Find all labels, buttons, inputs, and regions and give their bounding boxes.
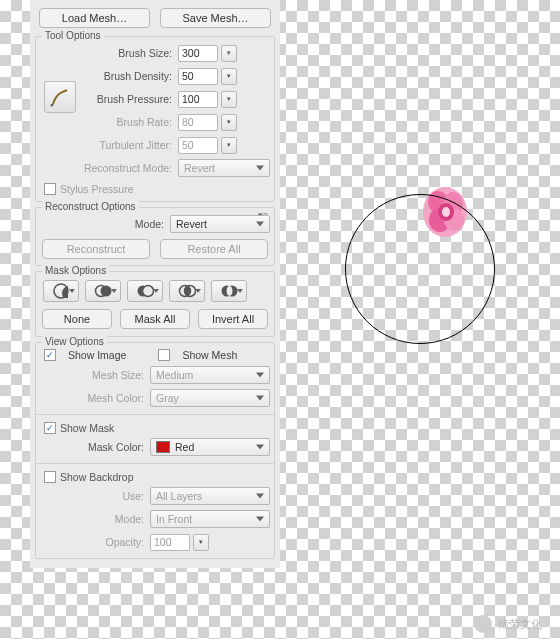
reconstruct-options-group: Reconstruct Options ▾≡ Mode: Revert Reco… (35, 207, 275, 266)
show-image-label: Show Image (68, 349, 126, 361)
mask-all-button[interactable]: Mask All (120, 309, 190, 329)
brush-rate-label: Brush Rate: (78, 116, 178, 128)
mesh-color-label: Mesh Color: (40, 392, 150, 404)
show-image-checkbox[interactable] (44, 349, 56, 361)
mask-intersect-chip[interactable] (169, 280, 205, 302)
backdrop-use-label: Use: (40, 490, 150, 502)
mask-add-chip[interactable] (85, 280, 121, 302)
tool-preview-icon[interactable] (44, 81, 76, 113)
mask-color-swatch (156, 441, 170, 453)
show-mask-checkbox[interactable] (44, 422, 56, 434)
watermark-text: 缔荣文化 (498, 617, 542, 632)
brush-density-stepper[interactable]: ▾ (221, 68, 237, 85)
load-mesh-button[interactable]: Load Mesh… (39, 8, 150, 28)
brush-size-label: Brush Size: (78, 47, 178, 59)
mask-color-value: Red (175, 441, 194, 453)
mask-intersect-icon (178, 282, 196, 300)
reconstruct-mode-value2: Revert (176, 218, 207, 230)
brush-density-input[interactable] (178, 68, 218, 85)
backdrop-use-value: All Layers (156, 490, 202, 502)
backdrop-opacity-input (150, 534, 190, 551)
mask-options-group: Mask Options None Mask All Invert All (35, 271, 275, 337)
view-options-group: View Options Show Image Show Mesh Mesh S… (35, 342, 275, 559)
restore-all-button: Restore All (160, 239, 268, 259)
svg-point-12 (143, 286, 154, 297)
brush-rate-stepper: ▾ (221, 114, 237, 131)
mask-none-button[interactable]: None (42, 309, 112, 329)
brush-rate-input (178, 114, 218, 131)
backdrop-use-select: All Layers (150, 487, 270, 505)
reconstruct-mode-label: Reconstruct Mode: (78, 162, 178, 174)
view-options-title: View Options (42, 336, 107, 347)
backdrop-mode-value: In Front (156, 513, 192, 525)
wechat-icon (474, 615, 492, 633)
svg-point-15 (185, 286, 191, 296)
reconstruct-mode-select: Revert (178, 159, 270, 177)
show-backdrop-checkbox[interactable] (44, 471, 56, 483)
tool-options-title: Tool Options (42, 30, 104, 41)
reconstruct-mode-value: Revert (184, 162, 215, 174)
turbulent-jitter-stepper: ▾ (221, 137, 237, 154)
brush-size-input[interactable] (178, 45, 218, 62)
brush-pressure-stepper[interactable]: ▾ (221, 91, 237, 108)
mesh-size-select: Medium (150, 366, 270, 384)
stylus-pressure-checkbox (44, 183, 56, 195)
mesh-color-value: Gray (156, 392, 179, 404)
backdrop-opacity-label: Opacity: (40, 536, 150, 548)
warp-tool-icon (49, 86, 71, 108)
mesh-size-value: Medium (156, 369, 193, 381)
mask-invert-chip[interactable] (211, 280, 247, 302)
liquify-panel: Load Mesh… Save Mesh… Tool Options Brush… (30, 0, 280, 568)
brush-pressure-label: Brush Pressure: (78, 93, 178, 105)
reconstruct-mode-label2: Mode: (40, 218, 170, 230)
brush-density-label: Brush Density: (78, 70, 178, 82)
backdrop-opacity-stepper: ▾ (193, 534, 209, 551)
mask-add-icon (94, 282, 112, 300)
mask-circle-icon (52, 282, 70, 300)
stylus-pressure-label: Stylus Pressure (60, 183, 134, 195)
mask-replace-chip[interactable] (43, 280, 79, 302)
mask-subtract-chip[interactable] (127, 280, 163, 302)
show-backdrop-label: Show Backdrop (60, 471, 134, 483)
mask-subtract-icon (136, 282, 154, 300)
backdrop-mode-label: Mode: (40, 513, 150, 525)
turbulent-jitter-label: Turbulent Jitter: (78, 139, 178, 151)
turbulent-jitter-input (178, 137, 218, 154)
show-mask-label: Show Mask (60, 422, 114, 434)
mask-invert-icon (220, 282, 238, 300)
mesh-color-select: Gray (150, 389, 270, 407)
svg-point-10 (101, 286, 112, 297)
tool-options-group: Tool Options Brush Size: ▾ Brush Densit (35, 36, 275, 202)
reconstruct-mode-select2[interactable]: Revert (170, 215, 270, 233)
show-mesh-checkbox[interactable] (158, 349, 170, 361)
brush-cursor (345, 194, 495, 344)
mask-color-label: Mask Color: (40, 441, 150, 453)
brush-pressure-input[interactable] (178, 91, 218, 108)
svg-point-18 (227, 286, 233, 296)
mask-options-title: Mask Options (42, 265, 109, 276)
mask-color-select[interactable]: Red (150, 438, 270, 456)
show-mesh-label: Show Mesh (182, 349, 237, 361)
watermark: 缔荣文化 (474, 615, 542, 633)
reconstruct-options-title: Reconstruct Options (42, 201, 139, 212)
brush-size-stepper[interactable]: ▾ (221, 45, 237, 62)
mask-invert-all-button[interactable]: Invert All (198, 309, 268, 329)
reconstruct-button: Reconstruct (42, 239, 150, 259)
backdrop-mode-select: In Front (150, 510, 270, 528)
mesh-size-label: Mesh Size: (40, 369, 150, 381)
save-mesh-button[interactable]: Save Mesh… (160, 8, 271, 28)
